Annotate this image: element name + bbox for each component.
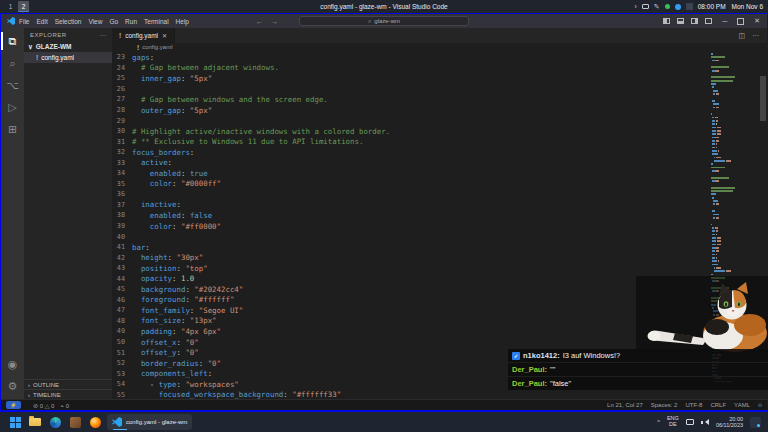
line-number: 32 [112, 148, 132, 156]
activity-search-icon[interactable]: ⌕ [1, 52, 24, 74]
encoding-setting[interactable]: UTF-8 [685, 402, 702, 408]
toggle-panel-icon[interactable] [677, 18, 684, 24]
nav-back-icon[interactable]: ← [256, 18, 263, 25]
cast-indicator[interactable]: ⌁ 0 [60, 402, 69, 409]
code-line[interactable]: 43 position: "top" [112, 263, 707, 274]
language-mode[interactable]: YAML [734, 402, 750, 408]
timeline-section[interactable]: › TIMELINE [24, 389, 112, 399]
code-line[interactable]: 28 outer_gap: "5px" [112, 105, 707, 116]
menu-file[interactable]: File [19, 18, 29, 25]
notification-center-icon[interactable] [750, 417, 761, 428]
code-line[interactable]: 33 active: [112, 157, 707, 168]
code-line[interactable]: 46 foreground: "#ffffff" [112, 295, 707, 306]
code-line[interactable]: 30# Highlight active/inactive windows wi… [112, 126, 707, 137]
eol-setting[interactable]: CRLF [710, 402, 726, 408]
code-line[interactable]: 32focus_borders: [112, 147, 707, 158]
code-line[interactable]: 35 color: "#0000ff" [112, 179, 707, 190]
taskbar-clock[interactable]: 20:00 06/11/2023 [716, 416, 743, 428]
split-editor-icon[interactable]: ◫ [738, 32, 745, 40]
menu-view[interactable]: View [88, 18, 102, 25]
code-line[interactable]: 39 color: "#ff0000" [112, 221, 707, 232]
code-line[interactable]: 50 offset_x: "0" [112, 337, 707, 348]
tray-monitor-icon[interactable] [642, 4, 649, 9]
line-number: 31 [112, 138, 132, 146]
menu-terminal[interactable]: Terminal [144, 18, 169, 25]
code-line[interactable]: 48 font_size: "13px" [112, 316, 707, 327]
command-center-search[interactable]: ⌕ glaze-wm [299, 16, 469, 26]
tray-green-status-icon[interactable] [665, 4, 670, 9]
file-explorer-icon[interactable] [27, 414, 43, 430]
outline-section[interactable]: › OUTLINE [24, 379, 112, 389]
code-line[interactable]: 24 # Gap between adjacent windows. [112, 63, 707, 74]
chevron-right-icon: › [28, 382, 30, 388]
code-line[interactable]: 45 background: "#20242cc4" [112, 284, 707, 295]
toggle-sidebar-icon[interactable] [663, 18, 670, 24]
code-line[interactable]: 26 [112, 84, 707, 95]
tray-expand-icon[interactable]: › [635, 3, 637, 10]
activity-extensions-icon[interactable]: ⊞ [1, 118, 24, 140]
close-button[interactable]: ✕ [751, 17, 763, 25]
network-icon[interactable] [686, 419, 694, 425]
edge-browser-icon[interactable] [47, 414, 63, 430]
code-line[interactable]: 27 # Gap between windows and the screen … [112, 94, 707, 105]
activity-run-debug-icon[interactable]: ▷ [1, 96, 24, 118]
minimize-button[interactable]: ─ [719, 18, 730, 25]
activity-source-control-icon[interactable]: ⌥ [1, 74, 24, 96]
editor-scrollbar[interactable] [760, 76, 766, 121]
code-line[interactable]: 41bar: [112, 242, 707, 253]
line-number: 37 [112, 201, 132, 209]
code-line[interactable]: 25 inner_gap: "5px" [112, 73, 707, 84]
tray-blue-status-icon[interactable] [675, 4, 681, 10]
editor-more-actions-icon[interactable]: ⋯ [752, 32, 759, 40]
language-indicator[interactable]: ENG DE [667, 416, 679, 428]
code-line[interactable]: 34 enabled: true [112, 168, 707, 179]
menu-run[interactable]: Run [125, 18, 137, 25]
file-item-config-yaml[interactable]: ! config.yaml [24, 52, 112, 63]
code-line[interactable]: 44 opacity: 1.0 [112, 273, 707, 284]
code-line[interactable]: 31# ** Exclusive to Windows 11 due to AP… [112, 136, 707, 147]
code-line[interactable]: 29 [112, 115, 707, 126]
start-button[interactable] [7, 414, 23, 430]
code-line[interactable]: 36 [112, 189, 707, 200]
code-line[interactable]: 42 height: "30px" [112, 252, 707, 263]
code-line[interactable]: 38 enabled: false [112, 210, 707, 221]
menu-go[interactable]: Go [109, 18, 118, 25]
code-line[interactable]: 40 [112, 231, 707, 242]
menu-edit[interactable]: Edit [36, 18, 47, 25]
menu-help[interactable]: Help [176, 18, 189, 25]
tray-app-icon[interactable] [686, 3, 693, 10]
toggle-secondary-sidebar-icon[interactable] [691, 18, 698, 24]
tab-close-icon[interactable]: ✕ [162, 32, 167, 39]
cursor-position[interactable]: Ln 21, Col 27 [607, 402, 643, 408]
volume-icon[interactable] [701, 419, 709, 425]
photos-app-icon[interactable] [67, 414, 83, 430]
customize-layout-icon[interactable] [705, 18, 712, 24]
breadcrumb[interactable]: ! config.yaml [112, 43, 767, 51]
chat-message-text: "" [550, 365, 555, 374]
taskbar-active-app-vscode[interactable]: config.yaml - glaze-wm [107, 414, 192, 430]
workspace-button-1[interactable]: 1 [5, 1, 16, 12]
code-line[interactable]: 37 inactive: [112, 200, 707, 211]
activity-explorer-icon[interactable]: ⧉ [1, 30, 24, 52]
menu-selection[interactable]: Selection [55, 18, 82, 25]
nav-forward-icon[interactable]: → [271, 18, 278, 25]
workspace-button-2[interactable]: 2 [18, 1, 29, 12]
code-line[interactable]: 23gaps: [112, 52, 707, 63]
maximize-button[interactable] [737, 18, 744, 25]
code-line[interactable]: 47 font_family: "Segoe UI" [112, 305, 707, 316]
tray-pen-icon[interactable]: ✎ [654, 3, 660, 10]
notifications-bell-icon[interactable]: ⍾ [758, 402, 762, 409]
remote-indicator[interactable]: ⚡ [6, 401, 21, 409]
indentation-setting[interactable]: Spaces: 2 [651, 402, 678, 408]
code-line[interactable]: 49 padding: "4px 6px" [112, 326, 707, 337]
activity-accounts-icon[interactable]: ◉ [1, 353, 24, 375]
tab-config-yaml[interactable]: ! config.yaml ✕ [112, 28, 175, 43]
folder-root[interactable]: ∨ GLAZE-WM [24, 41, 112, 52]
tray-chevron-up-icon[interactable]: ^ [657, 419, 660, 425]
cat-webcam-overlay [645, 281, 768, 352]
firefox-browser-icon[interactable] [87, 414, 103, 430]
activity-settings-icon[interactable]: ⚙ [1, 375, 24, 397]
problems-indicator[interactable]: ⊘ 0 △ 0 [33, 402, 54, 409]
explorer-more-actions-icon[interactable]: ⋯ [100, 31, 107, 38]
clock-time: 08:00 PM [698, 3, 726, 10]
